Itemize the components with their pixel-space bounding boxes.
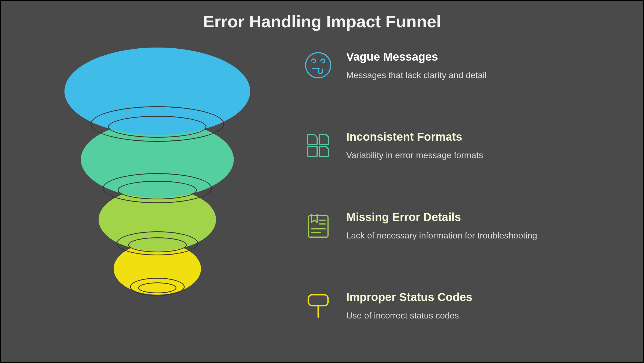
bookmark-document-icon: [303, 211, 333, 241]
legend-item-3: Missing Error Details Lack of necessary …: [303, 211, 616, 241]
legend-desc: Messages that lack clarity and detail: [346, 69, 616, 81]
funnel-stage-1: [64, 48, 250, 135]
svg-point-0: [306, 53, 331, 78]
legend-item-1: Vague Messages Messages that lack clarit…: [303, 50, 616, 81]
legend-heading: Inconsistent Formats: [346, 130, 616, 143]
legend-heading: Missing Error Details: [346, 211, 616, 224]
file-shapes-icon: [303, 130, 333, 160]
funnel-graphic: [17, 45, 298, 341]
legend-heading: Vague Messages: [346, 50, 616, 63]
confused-face-icon: [303, 50, 333, 80]
legend-item-2: Inconsistent Formats Variability in erro…: [303, 130, 616, 161]
legend-desc: Use of incorrect status codes: [346, 310, 616, 321]
legend-heading: Improper Status Codes: [346, 291, 616, 304]
diagram-title: Error Handling Impact Funnel: [17, 12, 627, 31]
sign-post-icon: [303, 291, 333, 321]
legend-desc: Lack of necessary information for troubl…: [346, 230, 616, 241]
diagram-frame: Error Handling Impact Funnel: [0, 0, 644, 363]
legend-desc: Variability in error message formats: [346, 149, 616, 161]
diagram-content: Vague Messages Messages that lack clarit…: [17, 45, 627, 341]
funnel-legend: Vague Messages Messages that lack clarit…: [298, 45, 627, 341]
legend-item-4: Improper Status Codes Use of incorrect s…: [303, 291, 616, 321]
svg-rect-7: [308, 295, 328, 306]
